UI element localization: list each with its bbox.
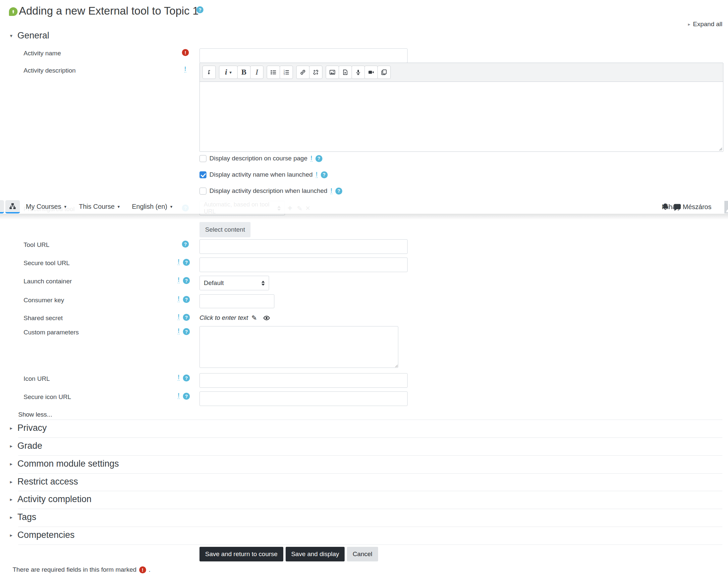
advanced-icon: ! xyxy=(330,188,332,194)
editor-content-area[interactable] xyxy=(200,82,723,151)
advanced-icon: ! xyxy=(178,374,180,381)
display-activity-description-checkbox[interactable] xyxy=(200,188,206,195)
help-icon[interactable]: ? xyxy=(321,171,328,178)
icon-url-input[interactable] xyxy=(200,373,408,388)
media-icon[interactable] xyxy=(339,66,352,79)
required-icon: ! xyxy=(182,49,189,56)
checkbox-row: Display activity description when launch… xyxy=(200,187,342,195)
chevron-down-icon: ▾ xyxy=(118,204,120,209)
image-icon[interactable] xyxy=(326,66,339,79)
checkbox-row: Display description on course page ! ? xyxy=(200,155,322,162)
activity-description-editor: i ▾ B I 123 xyxy=(200,63,723,152)
avatar[interactable] xyxy=(724,201,728,213)
show-less-link[interactable]: Show less... xyxy=(18,411,52,418)
collapse-toolbar-icon[interactable] xyxy=(202,66,216,79)
divider xyxy=(18,527,722,527)
launch-container-select[interactable]: Default xyxy=(200,276,269,290)
help-icon[interactable]: ? xyxy=(183,393,190,400)
select-content-button[interactable]: Select content xyxy=(200,222,251,237)
shared-secret-value: Click to enter text ✎ xyxy=(200,314,270,322)
top-navbar: My Courses▾ This Course▾ English (en)▾ M… xyxy=(0,200,728,214)
bold-icon[interactable]: B xyxy=(237,66,251,79)
activity-name-input[interactable] xyxy=(200,48,408,63)
consumer-key-input[interactable] xyxy=(200,294,274,308)
section-tags[interactable]: ▸ Tags xyxy=(10,512,36,522)
divider xyxy=(18,455,722,456)
activity-description-label: Activity description xyxy=(24,67,76,74)
user-name[interactable]: Mihály Mészáros xyxy=(662,203,711,211)
help-icon[interactable]: ? xyxy=(182,240,189,248)
collapsed-triangle-icon: ▸ xyxy=(10,479,12,485)
nav-tab-partial[interactable] xyxy=(0,200,4,213)
collapsed-triangle-icon: ▸ xyxy=(10,532,12,538)
secure-icon-url-input[interactable] xyxy=(200,392,408,406)
section-grade[interactable]: ▸ Grade xyxy=(10,441,42,451)
section-activity-completion[interactable]: ▸ Activity completion xyxy=(10,494,91,505)
advanced-icon: ! xyxy=(178,296,180,302)
help-icon[interactable]: ? xyxy=(183,328,190,335)
chevron-down-icon: ▾ xyxy=(170,204,173,209)
divider xyxy=(18,437,722,438)
eye-icon[interactable] xyxy=(263,315,270,321)
advanced-icon: ! xyxy=(178,328,180,335)
select-arrows-icon xyxy=(261,281,265,286)
cancel-button[interactable]: Cancel xyxy=(347,547,378,561)
save-and-return-button[interactable]: Save and return to course xyxy=(200,547,283,561)
help-icon[interactable]: ? xyxy=(183,296,190,303)
tool-url-input[interactable] xyxy=(200,239,408,254)
save-and-display-button[interactable]: Save and display xyxy=(286,547,345,561)
help-icon[interactable]: ? xyxy=(316,155,322,162)
help-icon[interactable]: ? xyxy=(183,314,190,321)
italic-icon[interactable]: I xyxy=(250,66,263,79)
paragraph-styles-icon[interactable]: i ▾ xyxy=(219,66,238,79)
nav-language[interactable]: English (en)▾ xyxy=(132,203,172,210)
secure-tool-url-input[interactable] xyxy=(200,258,408,272)
checkbox-label[interactable]: Display activity name when launched xyxy=(209,171,313,178)
nav-this-course[interactable]: This Course▾ xyxy=(79,203,120,210)
collapsed-triangle-icon: ▸ xyxy=(10,496,12,502)
help-icon[interactable]: ? xyxy=(335,188,342,195)
section-restrict-access[interactable]: ▸ Restrict access xyxy=(10,477,78,487)
divider xyxy=(18,473,722,473)
collapsed-triangle-icon: ▸ xyxy=(10,443,12,449)
custom-parameters-textarea[interactable] xyxy=(200,326,398,368)
section-competencies[interactable]: ▸ Competencies xyxy=(10,530,75,540)
manage-files-icon[interactable] xyxy=(377,66,391,79)
required-icon: ! xyxy=(139,567,146,573)
divider xyxy=(18,491,722,491)
collapsed-triangle-icon: ▸ xyxy=(10,461,12,467)
unordered-list-icon[interactable] xyxy=(267,66,280,79)
checkbox-label[interactable]: Display activity description when launch… xyxy=(209,187,327,195)
page-title: Adding a new External tool to Topic 1 xyxy=(19,5,199,17)
nav-my-courses[interactable]: My Courses▾ xyxy=(26,203,66,210)
record-audio-icon[interactable] xyxy=(352,66,365,79)
display-activity-name-checkbox[interactable] xyxy=(200,171,206,178)
pencil-icon[interactable]: ✎ xyxy=(252,314,257,322)
expand-all-link[interactable]: ▸ Expand all xyxy=(688,21,722,28)
checkbox-row: Display activity name when launched ! ? xyxy=(200,171,328,178)
help-icon[interactable]: ? xyxy=(183,277,190,284)
click-to-enter-text[interactable]: Click to enter text xyxy=(200,314,248,321)
record-video-icon[interactable] xyxy=(365,66,378,79)
title-help-icon[interactable]: ? xyxy=(197,6,203,13)
form-actions: Save and return to course Save and displ… xyxy=(200,547,378,561)
help-icon[interactable]: ? xyxy=(183,259,190,266)
checkbox-label[interactable]: Display description on course page xyxy=(209,155,308,162)
collapsed-triangle-icon: ▸ xyxy=(10,514,12,520)
sitemap-icon[interactable] xyxy=(5,200,20,213)
section-general[interactable]: ▾ General xyxy=(10,30,49,41)
editor-toolbar: i ▾ B I 123 xyxy=(200,63,723,82)
navbar-shadow xyxy=(0,214,728,220)
custom-parameters-label: Custom parameters xyxy=(24,329,79,336)
help-icon[interactable]: ? xyxy=(183,374,190,381)
tool-url-label: Tool URL xyxy=(24,241,49,249)
ordered-list-icon[interactable]: 123 xyxy=(280,66,293,79)
resize-grip-icon[interactable] xyxy=(718,146,722,151)
divider xyxy=(18,545,722,545)
unlink-icon[interactable] xyxy=(309,66,322,79)
display-description-checkbox[interactable] xyxy=(200,155,206,162)
section-privacy[interactable]: ▸ Privacy xyxy=(10,423,47,433)
link-icon[interactable] xyxy=(296,66,310,79)
advanced-icon: ! xyxy=(178,314,180,320)
section-common-module-settings[interactable]: ▸ Common module settings xyxy=(10,459,119,469)
